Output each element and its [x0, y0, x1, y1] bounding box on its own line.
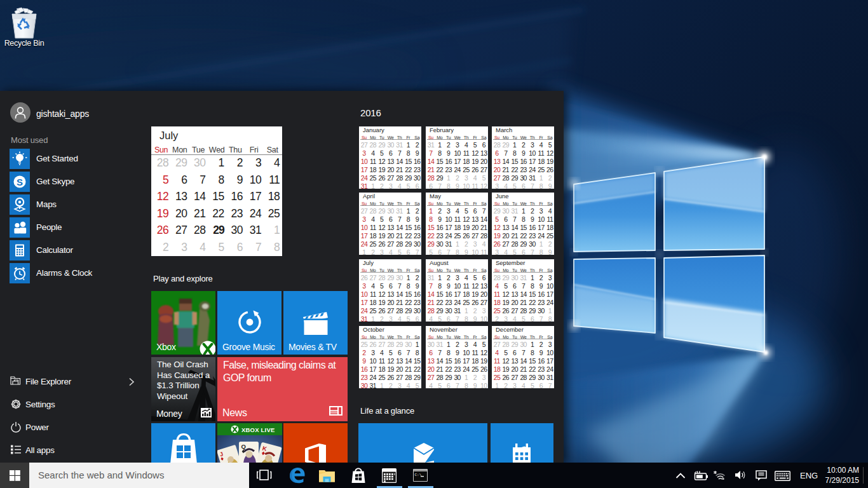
- svg-text:Q: Q: [241, 443, 246, 450]
- svg-text:S: S: [17, 177, 23, 187]
